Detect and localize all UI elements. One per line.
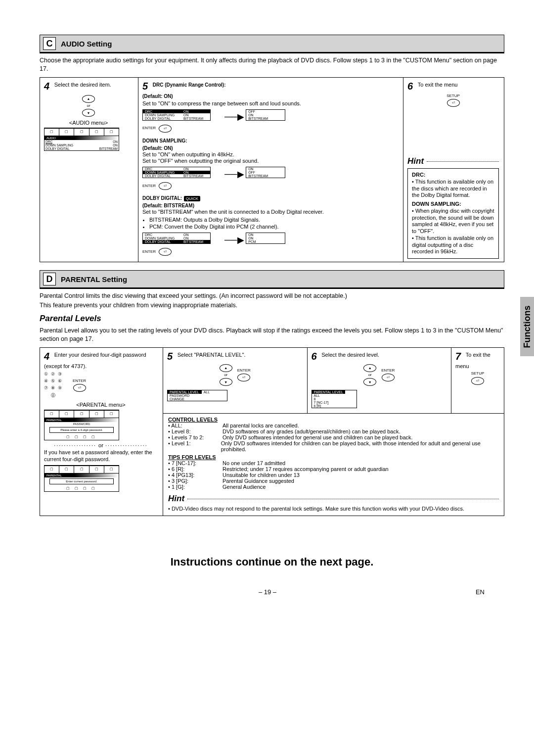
hint-d-text: DVD-Video discs may not respond to the p…	[172, 506, 464, 512]
section-c-steps: 4 Select the desired item. ▲ or ▼ <AUDIO…	[40, 77, 504, 262]
setup-button-icon: ⏎	[447, 99, 460, 107]
enter-label: ENTER	[237, 369, 251, 373]
page-number: – 19 –	[259, 588, 276, 596]
hint-down-text2: This function is available only on digit…	[412, 235, 493, 255]
up-button-icon: ▲	[363, 364, 376, 372]
hint-d-title: Hint	[168, 494, 184, 504]
drc-default: (Default: ON)	[142, 94, 173, 99]
continue-notice: Instructions continue on the next page.	[40, 556, 504, 568]
drc-alt-table: OFF ON BITSTREAM	[246, 109, 285, 121]
keypad-icon: ①②③	[44, 372, 65, 377]
or-label: or	[224, 373, 227, 377]
d-step6-num: 6	[312, 351, 317, 362]
step6-cell: 6 To exit the menu SETUP ⏎ Hint DRC: • T…	[403, 78, 504, 262]
down-button-icon: ▼	[82, 109, 95, 117]
step4-num: 4	[44, 81, 49, 92]
parental-menu-box2: ▢▢▢▢▢ PARENTAL Enter current password. ▢…	[44, 465, 119, 492]
section-d-intro2: This feature prevents your children from…	[40, 301, 504, 310]
arrow-icon: ──▶	[224, 235, 244, 245]
or-label: or	[98, 442, 103, 448]
dolby-heading: DOLBY DIGITAL:	[142, 195, 182, 201]
downsampling-desc2: Set to "OFF" when outputting the origina…	[142, 158, 398, 165]
downsampling-desc1: Set to "ON" when outputting in 48kHz.	[142, 151, 398, 158]
step5-cell: 5 DRC (Dynamic Range Control): (Default:…	[138, 78, 403, 262]
setup-button-icon: ⏎	[471, 377, 484, 385]
down-alt-table: ON OFF BITSTREAM	[246, 167, 285, 178]
d-step6-cell: 6 Select the desired level. ▲ or ▼ ENTER…	[308, 348, 452, 413]
hint-down-text1: When playing disc with copyright protect…	[412, 208, 494, 234]
levels-table: PARENTAL LEVEL ALL 8 7 [NC-17] 6 [R]	[312, 390, 357, 408]
d-step4-num: 4	[44, 351, 49, 362]
control-levels-block: CONTROL LEVELS • ALL:All parental locks …	[163, 414, 504, 516]
password-boxes-icon: ▢ ▢ ▢ ▢	[44, 434, 119, 440]
enter-button-icon: ⏎	[159, 182, 172, 190]
parental-level-table: PARENTAL LEVELALL PASSWORD CHANGE	[167, 390, 227, 401]
section-c-letter: C	[43, 37, 56, 50]
enter-button-icon: ⏎	[382, 374, 395, 381]
enter-label: ENTER	[142, 250, 156, 254]
down-button-icon: ▼	[220, 378, 232, 386]
hint-c-title: Hint	[407, 156, 424, 166]
d-right-cell: 5 Select "PARENTAL LEVEL". ▲ or ▼ ENTER⏎…	[163, 348, 504, 516]
hint-c-box: DRC: • This function is available only o…	[407, 168, 499, 259]
parental-menu-caption: <PARENTAL menu>	[44, 402, 158, 408]
dolby-default: (Default: BITSTREAM)	[142, 203, 194, 208]
d-step4-text: Enter your desired four-digit password (…	[44, 352, 146, 369]
enter-label: ENTER	[142, 184, 156, 188]
enter-button-icon: ⏎	[159, 248, 172, 256]
tips-levels-head: TIPS FOR LEVELS	[168, 454, 499, 460]
drc-heading: DRC (Dynamic Range Control):	[153, 82, 226, 88]
dolby-alt-table: ON ON PCM	[246, 233, 285, 244]
quick-badge: QUICK	[184, 196, 200, 201]
or-label: or	[87, 104, 90, 108]
audio-menu-bar: AUDIO	[44, 136, 119, 140]
down-button-icon: ▼	[363, 378, 376, 386]
dolby-bullet1: BITSTREAM: Outputs a Dolby Digital Signa…	[149, 217, 398, 223]
dolby-desc: Set to "BITSTREAM" when the unit is conn…	[142, 209, 398, 216]
enter-button-icon: ⏎	[73, 384, 86, 392]
d-step5-text: Select "PARENTAL LEVEL".	[178, 352, 246, 358]
audio-menu-box: ▢▢▢▢▢ AUDIO DRCON DOWN SAMPLINGON DOLBY …	[44, 128, 119, 151]
page-footer: – 19 – EN	[40, 588, 504, 596]
hint-down-head: DOWN SAMPLING:	[412, 201, 494, 208]
page-lang: EN	[476, 588, 485, 596]
enter-button-icon: ⏎	[237, 374, 250, 381]
step6-num: 6	[407, 81, 413, 92]
control-levels-head: CONTROL LEVELS	[168, 417, 499, 423]
d-step4-alt: If you have set a password already, ente…	[44, 449, 158, 463]
arrow-icon: ──▶	[224, 112, 244, 122]
up-button-icon: ▲	[220, 364, 232, 372]
parental-levels-intro: Parental Level allows you to set the rat…	[40, 327, 504, 343]
down-default-table: DRCON DOWN SAMPLINGON DOLBY DIGITALBITST…	[142, 167, 211, 178]
step4-cell: 4 Select the desired item. ▲ or ▼ <AUDIO…	[40, 78, 138, 262]
step6-text: To exit the menu	[418, 82, 458, 88]
d-step6-text: Select the desired level.	[321, 352, 379, 358]
section-d-letter: D	[43, 273, 56, 285]
hint-drc-text: This function is available only on the d…	[412, 179, 493, 198]
d-step5-num: 5	[167, 351, 173, 362]
section-c-title: AUDIO Setting	[61, 40, 112, 48]
parental-levels-subhead: Parental Levels	[40, 314, 504, 324]
enter-label: ENTER	[73, 379, 86, 383]
keypad-icon: ⓪	[44, 392, 65, 399]
step5-num: 5	[142, 81, 148, 92]
or-label: or	[368, 373, 372, 377]
downsampling-heading: DOWN SAMPLING:	[142, 138, 187, 143]
d-step7-cell: 7 To exit the menu SETUP ⏎	[451, 348, 504, 413]
section-c-header: C AUDIO Setting	[40, 35, 504, 53]
keypad-icon: ⑦⑧⑨	[44, 385, 65, 390]
setup-label: SETUP	[471, 372, 485, 376]
drc-desc: Set to "ON" to compress the range betwee…	[142, 100, 301, 106]
section-c-intro: Choose the appropriate audio settings fo…	[40, 56, 504, 73]
parental-menu-box1: ▢▢▢▢▢ PARENTAL PASSWORD Please enter a 4…	[44, 410, 119, 440]
password-boxes-icon: ▢ ▢ ▢ ▢	[44, 485, 119, 491]
hint-drc-head: DRC:	[412, 172, 494, 179]
section-d-intro1: Parental Control limits the disc viewing…	[40, 292, 504, 300]
setup-label: SETUP	[446, 94, 460, 98]
d-step5-cell: 5 Select "PARENTAL LEVEL". ▲ or ▼ ENTER⏎…	[163, 348, 308, 413]
side-tab: Functions	[520, 297, 534, 356]
drc-default-table: DRCON DOWN SAMPLINGON DOLBY DIGITALBITST…	[142, 109, 211, 121]
step4-text: Select the desired item.	[54, 82, 111, 88]
section-d-title: PARENTAL Setting	[61, 275, 127, 284]
section-d-header: D PARENTAL Setting	[40, 270, 504, 289]
